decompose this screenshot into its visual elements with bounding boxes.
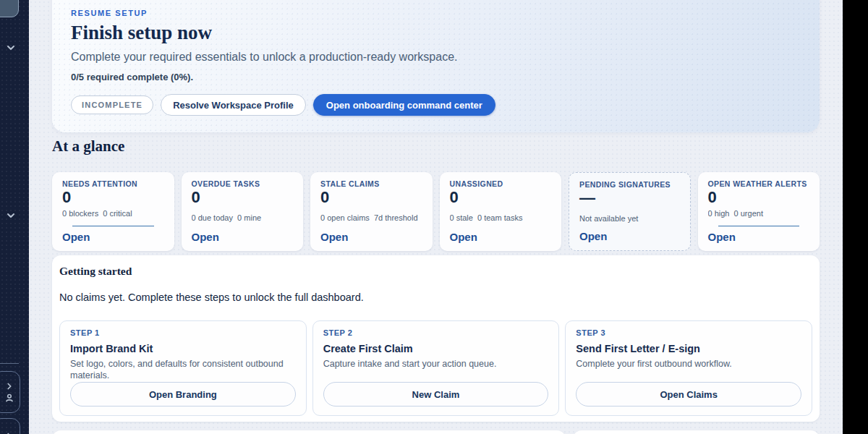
open-link[interactable]: Open (708, 231, 810, 243)
banner-description: Complete your required essentials to unl… (71, 51, 799, 64)
at-a-glance-heading: At a glance (52, 137, 820, 156)
stat-label: OPEN WEATHER ALERTS (708, 179, 810, 188)
step-description: Capture intake and start your action que… (323, 358, 549, 370)
bottom-card-left (52, 430, 566, 434)
status-badge: INCOMPLETE (71, 95, 153, 114)
sidebar (0, 0, 29, 434)
banner-title: Finish setup now (71, 22, 799, 44)
stat-label: OVERDUE TASKS (192, 179, 294, 188)
stat-label: STALE CLAIMS (320, 179, 422, 188)
open-link[interactable]: Open (62, 231, 164, 243)
stat-value: 0 (320, 189, 422, 206)
open-claims-button[interactable]: Open Claims (576, 382, 801, 407)
app-window: RESUME SETUP Finish setup now Complete y… (0, 0, 843, 434)
stat-card-stale-claims: STALE CLAIMS 0 0 open claims 7d threshol… (310, 172, 433, 251)
stat-subtext: 0 blockers 0 critical (62, 209, 164, 218)
step-description: Complete your first outbound workflow. (576, 358, 801, 370)
sidebar-expand-button[interactable] (0, 418, 20, 434)
stat-value: 0 (450, 189, 552, 206)
step-description: Set logo, colors, and defaults for consi… (70, 358, 296, 381)
step-title: Send First Letter / E-sign (576, 343, 801, 354)
stat-label: PENDING SIGNATURES (579, 180, 680, 189)
screen: RESUME SETUP Finish setup now Complete y… (0, 0, 868, 434)
resume-setup-banner: RESUME SETUP Finish setup now Complete y… (52, 0, 820, 132)
stat-value: — (579, 190, 680, 207)
stat-subtext: 0 stale 0 team tasks (450, 213, 552, 222)
banner-eyebrow: RESUME SETUP (71, 9, 799, 17)
sidebar-profile-button[interactable] (0, 371, 20, 413)
chevron-right-icon (4, 381, 14, 391)
stat-card-overdue-tasks: OVERDUE TASKS 0 0 due today 0 mine Open (182, 172, 304, 251)
stat-subtext: 0 open claims 7d threshold (320, 213, 422, 222)
main-content: RESUME SETUP Finish setup now Complete y… (29, 0, 843, 434)
open-link[interactable]: Open (450, 231, 552, 243)
getting-started-intro: No claims yet. Complete these steps to u… (59, 290, 812, 305)
step-card-2: STEP 2 Create First Claim Capture intake… (312, 320, 560, 416)
getting-started-card: Getting started No claims yet. Complete … (52, 255, 820, 422)
open-onboarding-command-center-button[interactable]: Open onboarding command center (313, 94, 495, 116)
person-icon (4, 393, 14, 403)
open-link[interactable]: Open (192, 231, 294, 243)
stat-card-unassigned: UNASSIGNED 0 0 stale 0 team tasks Open (440, 172, 562, 251)
banner-progress-text: 0/5 required complete (0%). (71, 72, 799, 82)
step-eyebrow: STEP 2 (323, 328, 549, 337)
stat-value: 0 (192, 189, 294, 206)
sidebar-active-item[interactable] (0, 0, 19, 17)
step-title: Create First Claim (323, 343, 549, 354)
bottom-row (52, 430, 820, 434)
stat-subtext: 0 high 0 urgent (708, 209, 810, 218)
sidebar-divider (0, 363, 19, 364)
step-title: Import Brand Kit (70, 343, 296, 354)
stat-divider (72, 226, 154, 226)
chevron-down-icon[interactable] (5, 210, 17, 221)
stat-label: NEEDS ATTENTION (62, 179, 164, 188)
stats-row: NEEDS ATTENTION 0 0 blockers 0 critical … (52, 172, 820, 251)
stat-card-pending-signatures: PENDING SIGNATURES — Not available yet O… (569, 172, 691, 251)
step-eyebrow: STEP 3 (576, 328, 801, 337)
open-link[interactable]: Open (320, 231, 422, 243)
chevron-right-icon (4, 431, 14, 434)
stat-card-open-weather-alerts: OPEN WEATHER ALERTS 0 0 high 0 urgent Op… (698, 172, 820, 251)
stat-card-needs-attention: NEEDS ATTENTION 0 0 blockers 0 critical … (52, 172, 174, 251)
open-branding-button[interactable]: Open Branding (70, 382, 296, 407)
step-card-3: STEP 3 Send First Letter / E-sign Comple… (565, 320, 812, 416)
step-card-1: STEP 1 Import Brand Kit Set logo, colors… (59, 320, 307, 416)
stat-subtext: Not available yet (579, 214, 680, 223)
stat-subtext: 0 due today 0 mine (192, 213, 294, 222)
stat-divider (718, 226, 800, 226)
stat-value: 0 (62, 189, 164, 206)
new-claim-button[interactable]: New Claim (323, 382, 549, 407)
step-eyebrow: STEP 1 (70, 328, 296, 337)
chevron-down-icon[interactable] (5, 42, 17, 54)
open-link[interactable]: Open (579, 230, 680, 242)
stat-value: 0 (708, 189, 810, 206)
stat-label: UNASSIGNED (450, 179, 552, 188)
getting-started-steps: STEP 1 Import Brand Kit Set logo, colors… (59, 320, 812, 416)
getting-started-heading: Getting started (59, 264, 812, 278)
bottom-card-right (573, 430, 820, 434)
resolve-workspace-profile-button[interactable]: Resolve Workspace Profile (161, 94, 306, 116)
banner-actions: INCOMPLETE Resolve Workspace Profile Ope… (71, 94, 799, 116)
